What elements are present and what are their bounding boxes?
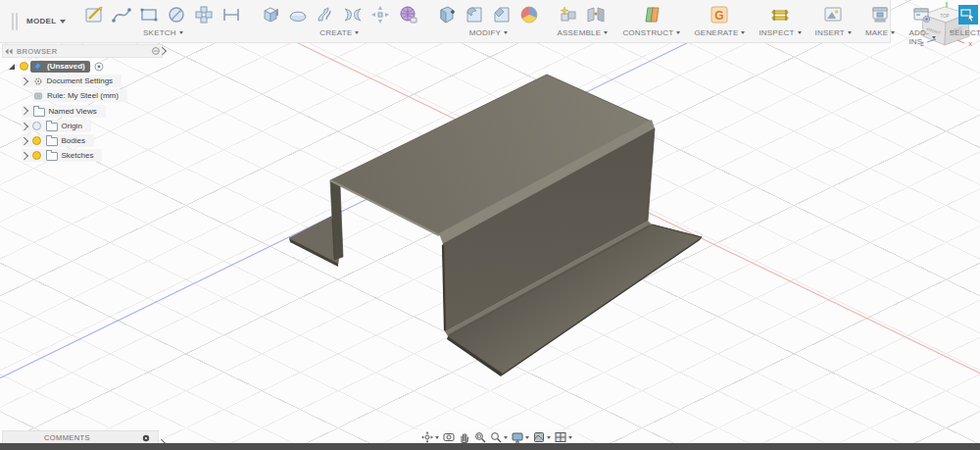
visibility-bulb-icon[interactable] [20, 62, 28, 71]
spline-button[interactable] [109, 2, 134, 27]
browser-panel-handle[interactable] [159, 44, 167, 57]
material-rule-icon [33, 91, 43, 101]
front-bend-highlight [439, 120, 655, 244]
group-label-addins[interactable]: ADD-INS [908, 28, 935, 46]
pattern-button[interactable] [368, 2, 393, 27]
group-label-construct[interactable]: CONSTRUCT [622, 28, 680, 37]
taskbar-edge [0, 443, 980, 450]
toolbar-group-insert: INSERT [809, 0, 858, 42]
new-component-button[interactable] [556, 2, 581, 27]
group-label-make[interactable]: MAKE [865, 28, 895, 37]
expander-closed-icon[interactable] [21, 122, 28, 129]
loft-button[interactable] [340, 2, 366, 27]
chevron-down-icon [932, 36, 936, 39]
browser-row-document-settings[interactable]: Document Settings [2, 75, 183, 87]
generate-glyph: G [715, 9, 724, 23]
group-label-select[interactable]: SELECT [950, 28, 980, 37]
workspace-selector[interactable]: MODEL [23, 0, 74, 42]
x-axis-line [294, 41, 980, 375]
visibility-bulb-off-icon[interactable] [32, 122, 41, 130]
scripts-and-addins-button[interactable] [909, 2, 935, 27]
toolbar-group-modify: MODIFY [428, 0, 548, 42]
fillet-button[interactable] [462, 2, 487, 27]
comment-indicator-icon[interactable] [142, 434, 150, 442]
zoom-window-button[interactable] [474, 431, 486, 443]
folder-icon [33, 108, 45, 117]
select-button[interactable] [956, 2, 980, 27]
chevron-down-icon [891, 31, 895, 34]
web-end-edge [443, 245, 445, 330]
construction-plane-button[interactable] [639, 2, 664, 27]
sweep-button[interactable] [313, 2, 338, 27]
bottom-bend-highlight [445, 221, 652, 336]
browser-header[interactable]: BROWSER [2, 44, 163, 58]
extrude-button[interactable] [258, 2, 283, 27]
chevron-down-icon [798, 31, 802, 34]
group-label-inspect[interactable]: INSPECT [759, 28, 801, 37]
right-flange-face [448, 225, 702, 374]
expander-closed-icon[interactable] [21, 77, 28, 85]
chevron-right-icon [159, 47, 167, 55]
rectangle-button[interactable] [136, 2, 162, 27]
sketch-dimension-button[interactable] [219, 2, 244, 27]
group-label-modify[interactable]: MODIFY [469, 28, 508, 37]
insert-image-button[interactable] [820, 2, 846, 27]
chamfer-button[interactable] [489, 2, 514, 27]
top-toolbar: MODEL SKETCH [0, 0, 891, 43]
press-pull-button[interactable] [434, 2, 460, 27]
chevron-down-icon [525, 436, 529, 439]
circle-button[interactable] [164, 2, 189, 27]
zoom-button[interactable] [490, 431, 508, 443]
toolbar-group-create: CREATE [252, 0, 426, 42]
document-name: (Unsaved) [47, 62, 85, 71]
browser-row-rule[interactable]: Rule: My Steel (mm) [2, 89, 183, 102]
measure-button[interactable] [767, 2, 793, 27]
front-web-face [443, 128, 655, 331]
3d-print-button[interactable] [867, 2, 893, 27]
generate-button[interactable]: G [707, 2, 732, 27]
revolve-button[interactable] [285, 2, 311, 27]
group-label-sketch[interactable]: SKETCH [143, 28, 183, 37]
folder-icon [46, 137, 58, 146]
toolbar-group-addins: ADD-INS [903, 0, 941, 42]
toolbar-grip-handle[interactable] [0, 0, 23, 42]
chevron-down-icon [435, 436, 439, 439]
look-at-button[interactable] [443, 431, 455, 443]
group-label-insert[interactable]: INSERT [815, 28, 852, 37]
group-label-assemble[interactable]: ASSEMBLE [558, 28, 609, 37]
slot-button[interactable] [191, 2, 217, 27]
pan-button[interactable] [459, 431, 470, 443]
browser-row-root[interactable]: (Unsaved) [2, 60, 183, 73]
appearance-button[interactable] [516, 2, 542, 27]
expander-closed-icon[interactable] [21, 107, 28, 115]
chevron-down-icon [568, 436, 572, 439]
collapse-left-icon[interactable] [5, 48, 13, 55]
activate-radio-icon[interactable] [94, 62, 104, 72]
expander-closed-icon[interactable] [21, 152, 28, 160]
display-settings-button[interactable] [512, 431, 529, 443]
expander-closed-icon[interactable] [21, 137, 28, 145]
joint-button[interactable] [583, 2, 609, 27]
group-label-create[interactable]: CREATE [319, 28, 359, 37]
expander-open-icon[interactable] [9, 64, 15, 70]
browser-row-origin[interactable]: Origin [2, 120, 183, 132]
browser-row-bodies[interactable]: Bodies [2, 134, 183, 147]
visual-style-button[interactable] [533, 431, 551, 443]
sheet-metal-body[interactable] [289, 75, 702, 376]
browser-tree: (Unsaved) Document Settings [2, 60, 183, 162]
chevron-down-icon [504, 31, 508, 34]
chevron-down-icon [848, 31, 852, 34]
browser-row-named-views[interactable]: Named Views [2, 105, 183, 118]
chevron-down-icon [676, 31, 680, 34]
orbit-button[interactable] [421, 431, 439, 443]
visibility-bulb-icon[interactable] [32, 151, 41, 160]
browser-row-sketches[interactable]: Sketches [2, 149, 183, 162]
document-root-selected[interactable]: (Unsaved) [30, 61, 90, 73]
visibility-bulb-icon[interactable] [32, 136, 41, 145]
toolbar-group-sketch: SKETCH [75, 0, 250, 42]
create-form-button[interactable] [395, 2, 420, 27]
viewports-button[interactable] [555, 431, 572, 443]
toolbar-group-generate: G GENERATE [688, 0, 751, 42]
create-sketch-button[interactable] [81, 2, 107, 27]
group-label-generate[interactable]: GENERATE [694, 28, 745, 37]
